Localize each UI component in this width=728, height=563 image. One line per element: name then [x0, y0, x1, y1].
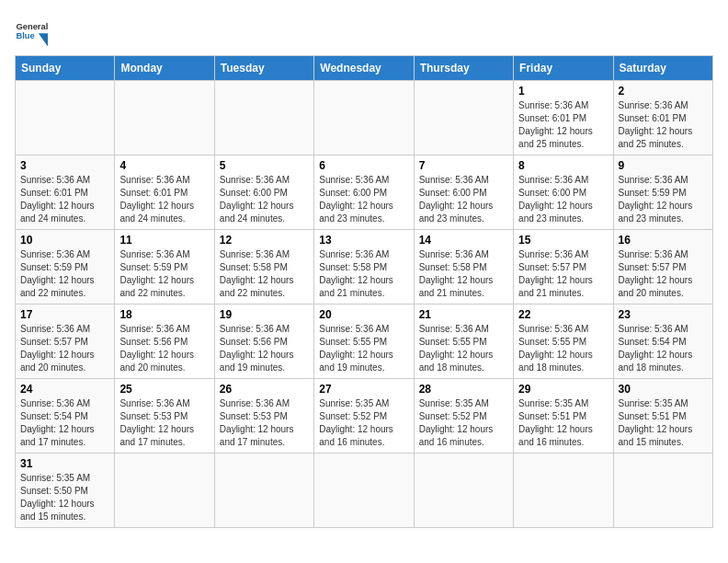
day-info: Sunrise: 5:36 AM Sunset: 5:56 PM Dayligh… [119, 323, 209, 374]
calendar-cell [214, 81, 313, 155]
calendar-cell: 4Sunrise: 5:36 AM Sunset: 6:01 PM Daylig… [115, 155, 214, 230]
day-number: 12 [220, 234, 309, 247]
calendar-day-header-tuesday: Tuesday [214, 56, 313, 81]
day-info: Sunrise: 5:36 AM Sunset: 5:53 PM Dayligh… [119, 397, 209, 449]
calendar-cell: 13Sunrise: 5:36 AM Sunset: 5:58 PM Dayli… [314, 230, 414, 304]
calendar-cell: 26Sunrise: 5:36 AM Sunset: 5:53 PM Dayli… [214, 379, 313, 454]
day-number: 23 [619, 308, 708, 321]
calendar-cell: 18Sunrise: 5:36 AM Sunset: 5:56 PM Dayli… [115, 304, 214, 379]
day-number: 15 [518, 234, 608, 247]
day-number: 13 [319, 234, 408, 247]
calendar-cell: 17Sunrise: 5:36 AM Sunset: 5:57 PM Dayli… [16, 304, 115, 379]
calendar-week-row: 17Sunrise: 5:36 AM Sunset: 5:57 PM Dayli… [16, 304, 713, 379]
calendar-cell: 12Sunrise: 5:36 AM Sunset: 5:58 PM Dayli… [214, 230, 313, 304]
day-info: Sunrise: 5:36 AM Sunset: 5:56 PM Dayligh… [220, 323, 309, 374]
calendar-cell [613, 454, 712, 528]
day-number: 18 [119, 308, 209, 321]
calendar-cell [314, 81, 414, 155]
day-number: 21 [419, 308, 508, 321]
day-info: Sunrise: 5:36 AM Sunset: 6:00 PM Dayligh… [518, 174, 608, 225]
day-info: Sunrise: 5:36 AM Sunset: 5:54 PM Dayligh… [619, 323, 708, 374]
day-info: Sunrise: 5:36 AM Sunset: 6:01 PM Dayligh… [20, 174, 109, 225]
day-number: 10 [20, 234, 109, 247]
day-number: 11 [119, 234, 209, 247]
calendar-week-row: 24Sunrise: 5:36 AM Sunset: 5:54 PM Dayli… [16, 379, 713, 454]
calendar-day-header-monday: Monday [115, 56, 214, 81]
calendar-cell [414, 81, 513, 155]
day-info: Sunrise: 5:36 AM Sunset: 5:58 PM Dayligh… [319, 248, 408, 300]
day-info: Sunrise: 5:36 AM Sunset: 5:55 PM Dayligh… [419, 323, 508, 374]
calendar-day-header-sunday: Sunday [16, 56, 115, 81]
day-number: 20 [319, 308, 408, 321]
day-number: 16 [619, 234, 708, 247]
day-info: Sunrise: 5:36 AM Sunset: 5:55 PM Dayligh… [319, 323, 408, 374]
day-info: Sunrise: 5:35 AM Sunset: 5:52 PM Dayligh… [419, 397, 508, 449]
calendar-week-row: 31Sunrise: 5:35 AM Sunset: 5:50 PM Dayli… [16, 454, 713, 528]
day-number: 26 [220, 383, 309, 396]
calendar-cell [414, 454, 513, 528]
calendar-week-row: 3Sunrise: 5:36 AM Sunset: 6:01 PM Daylig… [16, 155, 713, 230]
day-info: Sunrise: 5:36 AM Sunset: 5:58 PM Dayligh… [220, 248, 309, 300]
calendar-cell [214, 454, 313, 528]
day-number: 8 [518, 159, 608, 172]
day-info: Sunrise: 5:35 AM Sunset: 5:51 PM Dayligh… [518, 397, 608, 449]
day-info: Sunrise: 5:36 AM Sunset: 6:01 PM Dayligh… [119, 174, 209, 225]
day-info: Sunrise: 5:36 AM Sunset: 6:01 PM Dayligh… [619, 99, 708, 151]
calendar-day-header-thursday: Thursday [414, 56, 513, 81]
calendar-cell: 16Sunrise: 5:36 AM Sunset: 5:57 PM Dayli… [613, 230, 712, 304]
calendar-cell: 5Sunrise: 5:36 AM Sunset: 6:00 PM Daylig… [214, 155, 313, 230]
day-info: Sunrise: 5:35 AM Sunset: 5:52 PM Dayligh… [319, 397, 408, 449]
day-info: Sunrise: 5:36 AM Sunset: 5:59 PM Dayligh… [119, 248, 209, 300]
calendar-cell [514, 454, 613, 528]
calendar-cell: 7Sunrise: 5:36 AM Sunset: 6:00 PM Daylig… [414, 155, 513, 230]
calendar-cell: 20Sunrise: 5:36 AM Sunset: 5:55 PM Dayli… [314, 304, 414, 379]
day-number: 7 [419, 159, 508, 172]
day-info: Sunrise: 5:36 AM Sunset: 5:55 PM Dayligh… [518, 323, 608, 374]
calendar-cell: 14Sunrise: 5:36 AM Sunset: 5:58 PM Dayli… [414, 230, 513, 304]
calendar-cell: 10Sunrise: 5:36 AM Sunset: 5:59 PM Dayli… [16, 230, 115, 304]
day-info: Sunrise: 5:36 AM Sunset: 5:57 PM Dayligh… [518, 248, 608, 300]
calendar-cell: 15Sunrise: 5:36 AM Sunset: 5:57 PM Dayli… [514, 230, 613, 304]
day-number: 22 [518, 308, 608, 321]
day-number: 4 [119, 159, 209, 172]
day-number: 31 [20, 457, 109, 470]
logo-wrapper: General Blue [15, 15, 48, 48]
day-info: Sunrise: 5:36 AM Sunset: 5:54 PM Dayligh… [20, 397, 109, 449]
day-info: Sunrise: 5:35 AM Sunset: 5:51 PM Dayligh… [619, 397, 708, 449]
calendar-cell: 6Sunrise: 5:36 AM Sunset: 6:00 PM Daylig… [314, 155, 414, 230]
day-number: 6 [319, 159, 408, 172]
calendar-cell: 25Sunrise: 5:36 AM Sunset: 5:53 PM Dayli… [115, 379, 214, 454]
calendar-cell: 1Sunrise: 5:36 AM Sunset: 6:01 PM Daylig… [514, 81, 613, 155]
day-number: 19 [220, 308, 309, 321]
day-number: 1 [518, 85, 608, 98]
generalblue-logo-icon: General Blue [15, 15, 48, 48]
page-container: General Blue SundayMondayTuesdayWednesda… [15, 15, 713, 528]
day-number: 28 [419, 383, 508, 396]
calendar-cell: 28Sunrise: 5:35 AM Sunset: 5:52 PM Dayli… [414, 379, 513, 454]
calendar-cell: 8Sunrise: 5:36 AM Sunset: 6:00 PM Daylig… [514, 155, 613, 230]
header: General Blue [15, 15, 713, 48]
calendar-cell: 9Sunrise: 5:36 AM Sunset: 5:59 PM Daylig… [613, 155, 712, 230]
day-number: 3 [20, 159, 109, 172]
day-number: 29 [518, 383, 608, 396]
calendar-week-row: 10Sunrise: 5:36 AM Sunset: 5:59 PM Dayli… [16, 230, 713, 304]
calendar-cell: 21Sunrise: 5:36 AM Sunset: 5:55 PM Dayli… [414, 304, 513, 379]
calendar-table: SundayMondayTuesdayWednesdayThursdayFrid… [15, 55, 713, 528]
calendar-day-header-friday: Friday [514, 56, 613, 81]
day-info: Sunrise: 5:36 AM Sunset: 6:00 PM Dayligh… [419, 174, 508, 225]
day-info: Sunrise: 5:36 AM Sunset: 5:57 PM Dayligh… [619, 248, 708, 300]
day-number: 5 [220, 159, 309, 172]
day-number: 25 [119, 383, 209, 396]
calendar-cell: 19Sunrise: 5:36 AM Sunset: 5:56 PM Dayli… [214, 304, 313, 379]
day-number: 14 [419, 234, 508, 247]
calendar-header-row: SundayMondayTuesdayWednesdayThursdayFrid… [16, 56, 713, 81]
day-number: 30 [619, 383, 708, 396]
day-info: Sunrise: 5:36 AM Sunset: 5:58 PM Dayligh… [419, 248, 508, 300]
day-info: Sunrise: 5:36 AM Sunset: 6:00 PM Dayligh… [220, 174, 309, 225]
calendar-cell [115, 81, 214, 155]
svg-marker-2 [39, 33, 48, 46]
calendar-cell: 11Sunrise: 5:36 AM Sunset: 5:59 PM Dayli… [115, 230, 214, 304]
calendar-cell: 22Sunrise: 5:36 AM Sunset: 5:55 PM Dayli… [514, 304, 613, 379]
calendar-day-header-saturday: Saturday [613, 56, 712, 81]
calendar-week-row: 1Sunrise: 5:36 AM Sunset: 6:01 PM Daylig… [16, 81, 713, 155]
